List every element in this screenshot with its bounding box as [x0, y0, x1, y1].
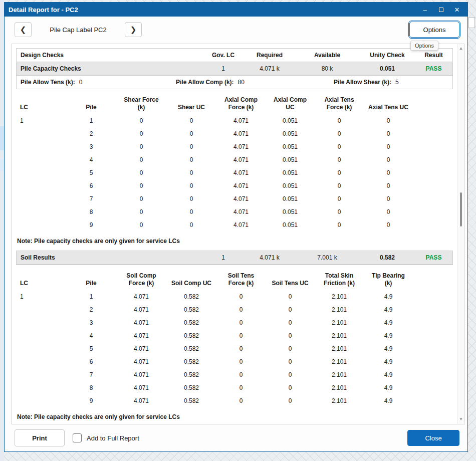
column-header: Soil CompForce (k): [116, 271, 166, 290]
scroll-up-arrow-icon[interactable]: ▲: [457, 45, 464, 52]
table-cell: [16, 381, 66, 394]
table-cell: 0: [266, 355, 315, 368]
detail-report-dialog: Detail Report for - PC2 – ✕ ❮ Pile Cap L…: [4, 2, 468, 452]
table-cell: 4.071: [216, 127, 266, 140]
dialog-bottom-bar: Print Add to Full Report Close: [5, 424, 467, 451]
column-header: Gov. LC: [202, 49, 245, 62]
dialog-titlebar[interactable]: Detail Report for - PC2 – ✕: [5, 3, 467, 17]
table-cell: 0.051: [266, 140, 315, 153]
table-cell: 0: [116, 153, 166, 166]
report-scrollbar[interactable]: ▲ ▼: [457, 44, 464, 424]
table-cell: 8: [66, 381, 116, 394]
table-cell: 0.051: [266, 179, 315, 192]
table-cell: 4: [66, 329, 116, 342]
add-to-full-report-checkbox[interactable]: [73, 433, 82, 442]
table-cell: 0: [364, 218, 413, 232]
previous-item-button[interactable]: ❮: [15, 22, 32, 37]
soil-results-row: Soil Results 1 4.071 k 7.001 k 0.582 PAS…: [17, 251, 452, 265]
minimize-button[interactable]: –: [418, 4, 431, 15]
scrollbar-thumb[interactable]: [460, 192, 462, 226]
report-toolbar: ❮ Pile Cap Label PC2 ❯ Options Options: [5, 17, 467, 43]
table-cell: 1: [66, 114, 116, 127]
print-button[interactable]: Print: [15, 429, 65, 446]
table-cell: 0: [166, 205, 216, 218]
table-cell: 4.071: [116, 290, 166, 303]
table-cell: 1: [66, 290, 116, 303]
table-cell: 0: [364, 153, 413, 166]
table-row: 11004.0710.05100: [16, 114, 413, 127]
column-header: Axial CompUC: [266, 95, 315, 114]
table-cell: 0: [216, 342, 266, 355]
table-cell: 0: [364, 140, 413, 153]
allow-comp-value: 80: [238, 79, 245, 86]
unity-check-value: 0.051: [360, 62, 415, 75]
table-cell: 4.071: [116, 368, 166, 381]
background-app-left-edge: [0, 0, 4, 461]
column-header: LC: [16, 95, 66, 114]
table-cell: 0: [315, 192, 364, 205]
options-button[interactable]: Options: [409, 22, 459, 38]
table-cell: 0: [315, 127, 364, 140]
table-row: 3004.0710.05100: [16, 140, 413, 153]
chevron-right-icon: ❯: [130, 25, 137, 34]
available-value: 80 k: [295, 62, 360, 75]
close-button[interactable]: Close: [407, 430, 459, 446]
table-row: 74.0710.582002.1014.9: [16, 368, 413, 381]
table-cell: 0: [216, 303, 266, 316]
table-row: 114.0710.582002.1014.9: [16, 290, 413, 303]
table-cell: 0.582: [166, 316, 216, 329]
table-cell: [16, 342, 66, 355]
maximize-button[interactable]: [434, 4, 447, 15]
allow-tens-label: Pile Allow Tens (k):: [21, 79, 75, 86]
scroll-down-arrow-icon[interactable]: ▼: [457, 416, 464, 423]
table-cell: 0: [166, 179, 216, 192]
table-cell: 0: [216, 355, 266, 368]
close-window-button[interactable]: ✕: [450, 4, 463, 15]
next-item-button[interactable]: ❯: [125, 22, 142, 37]
table-cell: 4.071: [216, 179, 266, 192]
table-cell: 0: [166, 192, 216, 205]
table-cell: [16, 140, 66, 153]
table-cell: 6: [66, 179, 116, 192]
table-cell: 2.101: [315, 329, 364, 342]
column-header: Tip Bearing(k): [364, 271, 413, 290]
table-cell: [16, 166, 66, 179]
table-cell: [16, 127, 66, 140]
table-cell: 0: [266, 368, 315, 381]
table-cell: 0: [266, 316, 315, 329]
table-cell: 0: [315, 153, 364, 166]
allow-shear-label: Pile Allow Shear (k):: [334, 79, 391, 86]
table-cell: 4.071: [216, 205, 266, 218]
table-cell: 4.071: [116, 394, 166, 407]
table-cell: 4.071: [216, 192, 266, 205]
table-row: 34.0710.582002.1014.9: [16, 316, 413, 329]
maximize-icon: [439, 8, 443, 12]
table-cell: 0: [116, 166, 166, 179]
table-row: 54.0710.582002.1014.9: [16, 342, 413, 355]
pile-allowables-row: Pile Allow Tens (k): 0 Pile Allow Comp (…: [17, 76, 452, 89]
table-cell: 0: [364, 166, 413, 179]
table-cell: 0: [116, 114, 166, 127]
table-cell: 0: [166, 218, 216, 232]
column-header: Pile: [66, 95, 116, 114]
table-cell: 3: [66, 140, 116, 153]
soil-results-table: LCPileSoil CompForce (k)Soil Comp UCSoil…: [16, 271, 453, 407]
check-name: Pile Capacity Checks: [17, 62, 202, 75]
table-header-row: LCPileShear Force(k)Shear UCAxial CompFo…: [16, 95, 413, 114]
table-cell: 0: [216, 329, 266, 342]
column-header: Soil Comp UC: [166, 271, 216, 290]
table-cell: [16, 205, 66, 218]
table-cell: 4.071: [116, 381, 166, 394]
column-header: Soil TensForce (k): [216, 271, 266, 290]
table-cell: 4.071: [216, 153, 266, 166]
table-cell: 0: [266, 394, 315, 407]
table-cell: 4.071: [116, 342, 166, 355]
table-cell: [16, 355, 66, 368]
table-cell: 0: [364, 127, 413, 140]
table-cell: 4.071: [216, 218, 266, 232]
table-cell: 4.071: [216, 114, 266, 127]
result-badge: PASS: [415, 62, 452, 75]
background-selection-highlight: [0, 126, 4, 150]
table-row: 44.0710.582002.1014.9: [16, 329, 413, 342]
table-row: 8004.0710.05100: [16, 205, 413, 218]
